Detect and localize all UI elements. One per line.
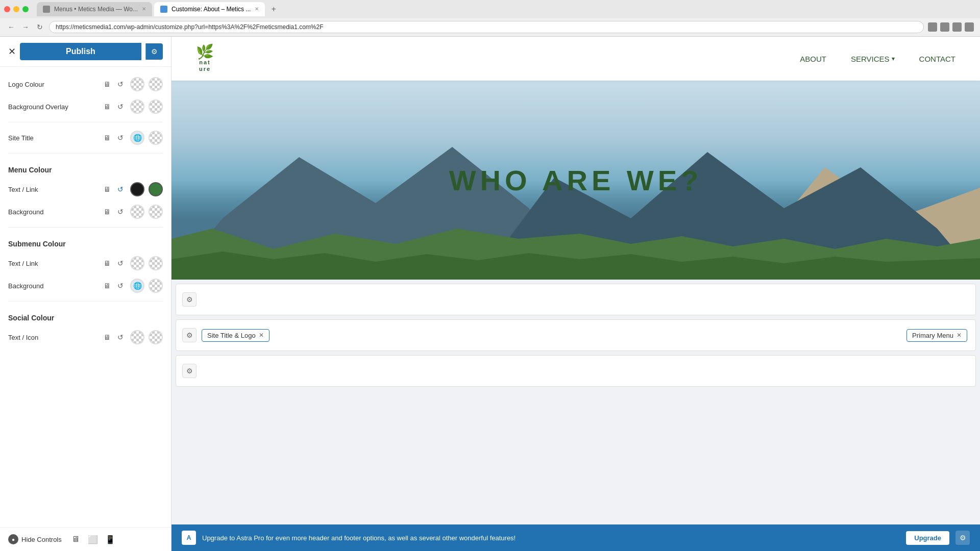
site-title-reset[interactable]: ↺ <box>115 132 126 143</box>
site-title-logo-label: Site Title & Logo <box>207 332 256 339</box>
row-1-content <box>176 284 975 315</box>
social-colour-heading: Social Colour <box>0 306 171 326</box>
site-title-row: Site Title 🖥 ↺ 🌐 <box>0 127 171 149</box>
site-title-logo-close[interactable]: ✕ <box>259 332 264 339</box>
logo-colour-reset[interactable]: ↺ <box>115 79 126 90</box>
nav-bar: ← → ↻ https://meticsmedia1.com/wp-admin/… <box>0 18 980 37</box>
social-text-reset[interactable]: ↺ <box>115 332 126 343</box>
submenu-bg-monitor-icon[interactable]: 🖥 <box>104 282 111 290</box>
menu-text-reset[interactable]: ↺ <box>115 184 126 195</box>
browser-tab-1[interactable]: Menus • Metics Media — Wo... ✕ <box>37 2 152 16</box>
site-title-swatch-2[interactable] <box>149 131 163 145</box>
hero-title: WHO ARE WE? <box>449 164 703 197</box>
submenu-text-swatch-2[interactable] <box>149 256 163 270</box>
row-3-content <box>176 356 975 386</box>
social-text-monitor-icon[interactable]: 🖥 <box>104 333 111 341</box>
site-header: 🌿 nat ure ABOUT SERVICES ▾ CONTACT <box>172 37 980 81</box>
hide-controls-label: Hide Controls <box>21 536 62 543</box>
refresh-button[interactable]: ↻ <box>35 22 45 32</box>
logo-colour-swatch-1[interactable] <box>130 77 144 91</box>
browser-extensions <box>928 22 974 32</box>
submenu-bg-swatch-1[interactable]: 🌐 <box>130 279 144 293</box>
bg-overlay-swatch-2[interactable] <box>149 99 163 114</box>
logo-colour-row: Logo Colour 🖥 ↺ <box>0 73 171 95</box>
primary-menu-close[interactable]: ✕ <box>957 332 962 339</box>
address-bar[interactable]: https://meticsmedia1.com/wp-admin/custom… <box>49 21 924 33</box>
divider-2 <box>8 153 163 154</box>
menu-text-monitor-icon[interactable]: 🖥 <box>104 185 111 193</box>
menu-text-swatch-green[interactable] <box>149 182 163 196</box>
browser-tab-2[interactable]: Customise: About – Metics ... ✕ <box>154 2 265 16</box>
row-1-settings-button[interactable]: ⚙ <box>182 292 197 307</box>
builder-row-1: ⚙ <box>176 284 976 315</box>
forward-button[interactable]: → <box>20 22 31 32</box>
submenu-text-swatch-1[interactable] <box>130 256 144 270</box>
back-button[interactable]: ← <box>6 22 16 32</box>
traffic-lights <box>4 6 29 12</box>
hide-controls-toggle[interactable]: ● <box>8 534 18 544</box>
upgrade-button[interactable]: Upgrade <box>906 531 949 545</box>
nav-contact[interactable]: CONTACT <box>919 55 955 63</box>
view-icons: 🖥 ⬜ 📱 <box>70 534 116 545</box>
address-text: https://meticsmedia1.com/wp-admin/custom… <box>56 23 324 31</box>
menu-colour-heading: Menu Colour <box>0 158 171 178</box>
submenu-colour-heading: Submenu Colour <box>0 232 171 252</box>
site-title-logo-widget[interactable]: Site Title & Logo ✕ <box>202 329 270 342</box>
bottom-bar-message: Upgrade to Astra Pro for even more heade… <box>202 534 900 542</box>
hero-background: WHO ARE WE? <box>172 81 980 280</box>
menu-bg-reset[interactable]: ↺ <box>115 206 126 217</box>
tab-1-label: Menus • Metics Media — Wo... <box>54 6 138 13</box>
primary-menu-widget[interactable]: Primary Menu ✕ <box>906 329 967 342</box>
close-traffic-light[interactable] <box>4 6 10 12</box>
publish-settings-button[interactable]: ⚙ <box>145 43 163 60</box>
bg-overlay-reset[interactable]: ↺ <box>115 101 126 112</box>
nav-about[interactable]: ABOUT <box>800 55 826 63</box>
menu-text-link-row: Text / Link 🖥 ↺ <box>0 178 171 201</box>
bg-overlay-monitor-icon[interactable]: 🖥 <box>104 103 111 111</box>
hide-controls-button[interactable]: ● Hide Controls <box>8 534 62 544</box>
submenu-bg-reset[interactable]: ↺ <box>115 280 126 291</box>
menu-text-link-label: Text / Link <box>8 186 100 193</box>
extension-4[interactable] <box>965 22 974 32</box>
submenu-text-reset[interactable]: ↺ <box>115 258 126 269</box>
row-3-settings-button[interactable]: ⚙ <box>182 364 197 378</box>
social-text-swatch-1[interactable] <box>130 330 144 344</box>
submenu-bg-swatch-2[interactable] <box>149 279 163 293</box>
fullscreen-traffic-light[interactable] <box>22 6 29 12</box>
tab-1-close[interactable]: ✕ <box>142 6 146 12</box>
tab-2-close[interactable]: ✕ <box>255 6 259 12</box>
submenu-text-monitor-icon[interactable]: 🖥 <box>104 259 111 267</box>
mobile-view-icon[interactable]: 📱 <box>105 534 116 545</box>
logo-colour-monitor-icon[interactable]: 🖥 <box>104 80 111 88</box>
logo-text-2: ure <box>199 66 211 72</box>
builder-area: ⚙ ⚙ Site Title & Logo ✕ Primary Menu ✕ <box>172 280 980 551</box>
extension-3[interactable] <box>952 22 962 32</box>
close-button[interactable]: ✕ <box>8 47 16 56</box>
new-tab-button[interactable]: + <box>267 5 280 14</box>
main-layout: ✕ Publish ⚙ Logo Colour 🖥 ↺ Background O… <box>0 37 980 551</box>
extension-1[interactable] <box>928 22 937 32</box>
extension-2[interactable] <box>940 22 949 32</box>
menu-bg-swatch-1[interactable] <box>130 205 144 219</box>
panel-content: Logo Colour 🖥 ↺ Background Overlay 🖥 ↺ S… <box>0 67 171 527</box>
menu-text-swatch-black[interactable] <box>130 182 144 196</box>
bottom-settings-icon[interactable]: ⚙ <box>955 531 970 545</box>
menu-bg-swatch-2[interactable] <box>149 205 163 219</box>
browser-chrome: Menus • Metics Media — Wo... ✕ Customise… <box>0 0 980 37</box>
site-title-monitor-icon[interactable]: 🖥 <box>104 134 111 142</box>
nav-services[interactable]: SERVICES ▾ <box>851 55 895 63</box>
site-logo: 🌿 nat ure <box>196 45 214 72</box>
social-text-swatch-2[interactable] <box>149 330 163 344</box>
tablet-view-icon[interactable]: ⬜ <box>87 534 99 545</box>
desktop-view-icon[interactable]: 🖥 <box>70 534 81 545</box>
bg-overlay-swatch-1[interactable] <box>130 99 144 114</box>
site-title-swatch-1[interactable]: 🌐 <box>130 131 144 145</box>
menu-bg-monitor-icon[interactable]: 🖥 <box>104 208 111 216</box>
minimize-traffic-light[interactable] <box>13 6 19 12</box>
divider-4 <box>8 301 163 302</box>
builder-row-3: ⚙ <box>176 355 976 387</box>
logo-colour-swatch-2[interactable] <box>149 77 163 91</box>
row-2-settings-button[interactable]: ⚙ <box>182 328 197 342</box>
publish-button[interactable]: Publish <box>20 43 141 60</box>
preview-area: 🌿 nat ure ABOUT SERVICES ▾ CONTACT <box>172 37 980 551</box>
